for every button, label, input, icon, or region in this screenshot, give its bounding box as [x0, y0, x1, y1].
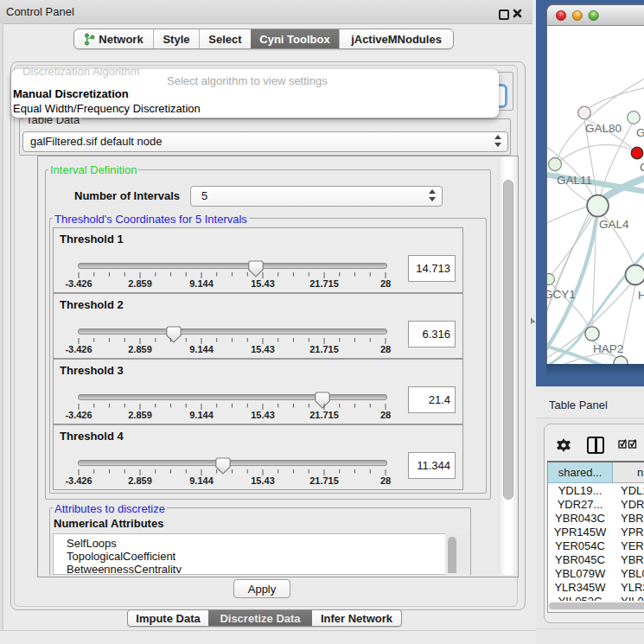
- svg-text:GCY1: GCY1: [547, 288, 576, 301]
- svg-text:H: H: [638, 289, 644, 302]
- svg-text:C: C: [640, 161, 644, 174]
- svg-text:GAL80: GAL80: [585, 122, 622, 135]
- svg-text:GAL4: GAL4: [599, 218, 629, 231]
- svg-text:HAP2: HAP2: [593, 342, 623, 355]
- svg-text:GAL11: GAL11: [557, 174, 592, 187]
- svg-text:GA: GA: [636, 126, 644, 139]
